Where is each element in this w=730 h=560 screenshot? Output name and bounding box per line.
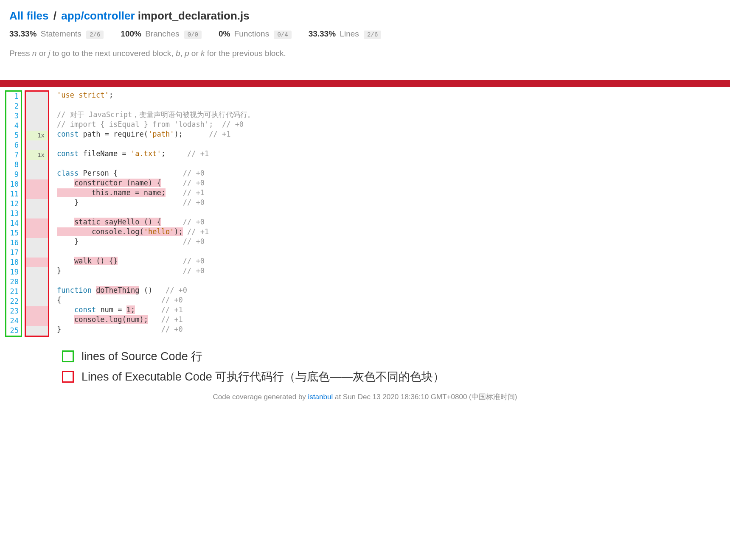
- code-line: const path = require('path'); // +1: [52, 129, 255, 139]
- line-number[interactable]: 4: [6, 121, 21, 131]
- exec-count: [26, 228, 48, 238]
- code-coverage-view: 1234567891011121314151617181920212223242…: [5, 90, 721, 337]
- line-number[interactable]: 12: [6, 199, 21, 209]
- metric-fraction: 0/4: [274, 31, 291, 39]
- code-line: console.log(num); // +1: [52, 315, 255, 325]
- breadcrumb-sep: /: [53, 9, 56, 22]
- metric-pct: 100%: [121, 29, 141, 38]
- metric-functions: 0% Functions 0/4: [219, 29, 292, 39]
- line-number[interactable]: 24: [6, 316, 21, 326]
- metric-label: Branches: [145, 29, 179, 38]
- metric-fraction: 2/6: [364, 31, 381, 39]
- line-number[interactable]: 13: [6, 209, 21, 218]
- code-line: static sayHello () { // +0: [52, 217, 255, 227]
- exec-count: [26, 277, 48, 287]
- exec-count: [26, 92, 48, 101]
- line-number[interactable]: 21: [6, 287, 21, 297]
- code-line: // 对于 JavaScript，变量声明语句被视为可执行代码行。: [52, 110, 255, 120]
- exec-count: [26, 326, 48, 336]
- code-line: 'use strict';: [52, 90, 255, 100]
- line-number[interactable]: 1: [6, 92, 21, 101]
- line-number[interactable]: 7: [6, 150, 21, 160]
- code-line: // import { isEqual } from 'lodash'; // …: [52, 120, 255, 129]
- metric-branches: 100% Branches 0/0: [121, 29, 202, 39]
- exec-count: [26, 189, 48, 199]
- metric-pct: 33.33%: [9, 29, 36, 38]
- line-number-column: 1234567891011121314151617181920212223242…: [6, 92, 21, 336]
- metric-pct: 0%: [219, 29, 230, 38]
- exec-count: [26, 140, 48, 150]
- metric-fraction: 2/6: [86, 31, 104, 39]
- exec-count-column: 1x 1x: [26, 92, 48, 336]
- line-number[interactable]: 17: [6, 248, 21, 258]
- metric-pct: 33.33%: [309, 29, 336, 38]
- line-number[interactable]: 8: [6, 160, 21, 170]
- breadcrumb-current: import_declaration.js: [138, 9, 250, 22]
- line-number[interactable]: 25: [6, 326, 21, 336]
- exec-count: [26, 218, 48, 228]
- metric-statements: 33.33% Statements 2/6: [9, 29, 104, 39]
- line-number[interactable]: 22: [6, 297, 21, 306]
- exec-count: [26, 111, 48, 121]
- status-line-low: [0, 80, 730, 87]
- line-number[interactable]: 15: [6, 228, 21, 238]
- code-line: [52, 207, 255, 217]
- line-number[interactable]: 3: [6, 111, 21, 121]
- exec-count: [26, 306, 48, 316]
- code-line: constructor (name) { // +0: [52, 178, 255, 188]
- line-number[interactable]: 14: [6, 218, 21, 228]
- breadcrumb-path-link[interactable]: app/controller: [61, 9, 135, 22]
- code-line: } // +0: [52, 198, 255, 207]
- exec-count: [26, 179, 48, 189]
- code-line: } // +0: [52, 266, 255, 276]
- metric-label: Lines: [340, 29, 359, 38]
- code-line: [52, 100, 255, 110]
- code-line: this.name = name; // +1: [52, 188, 255, 198]
- code-line: class Person { // +0: [52, 168, 255, 178]
- coverage-metrics: 33.33% Statements 2/6 100% Branches 0/0 …: [9, 29, 721, 39]
- line-number[interactable]: 2: [6, 101, 21, 111]
- breadcrumb: All files / app/controller import_declar…: [9, 9, 721, 22]
- metric-label: Statements: [41, 29, 81, 38]
- code-line: [52, 276, 255, 286]
- code-line: [52, 139, 255, 149]
- legend-square-red-icon: [62, 371, 74, 383]
- line-number[interactable]: 19: [6, 267, 21, 277]
- legend-square-green-icon: [62, 350, 74, 362]
- line-number[interactable]: 18: [6, 258, 21, 267]
- breadcrumb-root-link[interactable]: All files: [9, 9, 48, 22]
- exec-count: [26, 238, 48, 248]
- legend-row-red: Lines of Executable Code 可执行代码行（与底色——灰色不…: [62, 369, 721, 384]
- line-number[interactable]: 23: [6, 306, 21, 316]
- line-number[interactable]: 5: [6, 131, 21, 140]
- exec-count: [26, 316, 48, 326]
- line-number[interactable]: 9: [6, 170, 21, 179]
- legend-green-label: lines of Source Code 行: [81, 349, 202, 364]
- line-number[interactable]: 6: [6, 140, 21, 150]
- code-line: const num = 1; // +1: [52, 305, 255, 315]
- code-line: { // +0: [52, 295, 255, 305]
- exec-count: [26, 297, 48, 306]
- metric-label: Functions: [234, 29, 269, 38]
- line-number-column-box: 1234567891011121314151617181920212223242…: [5, 90, 22, 337]
- exec-count: 1x: [26, 150, 48, 160]
- line-number[interactable]: 10: [6, 179, 21, 189]
- code-line: walk () {} // +0: [52, 256, 255, 266]
- code-line: [52, 159, 255, 168]
- code-line: [52, 246, 255, 256]
- line-number[interactable]: 20: [6, 277, 21, 287]
- exec-count: [26, 267, 48, 277]
- line-number[interactable]: 16: [6, 238, 21, 248]
- exec-count: [26, 209, 48, 218]
- exec-count: [26, 199, 48, 209]
- istanbul-link[interactable]: istanbul: [308, 393, 333, 401]
- code-line: const fileName = 'a.txt'; // +1: [52, 149, 255, 159]
- code-line: function doTheThing () // +0: [52, 286, 255, 295]
- source-code-column: 'use strict'; // 对于 JavaScript，变量声明语句被视为…: [52, 90, 255, 334]
- exec-count: 1x: [26, 131, 48, 140]
- legend-red-label: Lines of Executable Code 可执行代码行（与底色——灰色不…: [81, 369, 444, 384]
- legend: lines of Source Code 行 Lines of Executab…: [62, 349, 721, 384]
- exec-count-column-box: 1x 1x: [25, 90, 49, 337]
- line-number[interactable]: 11: [6, 189, 21, 199]
- footer: Code coverage generated by istanbul at S…: [9, 392, 721, 402]
